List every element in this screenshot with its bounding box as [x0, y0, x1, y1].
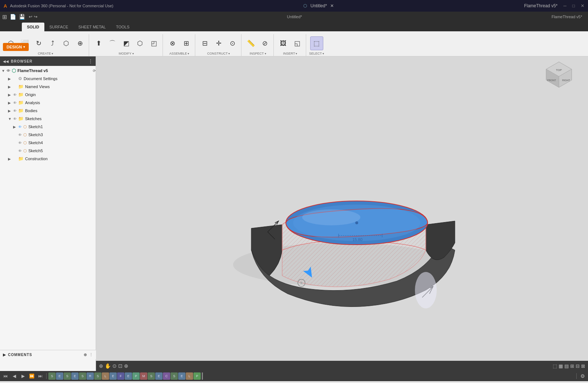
- timeline-item-13[interactable]: M: [140, 372, 147, 380]
- expand-doc-settings[interactable]: ▶: [8, 77, 13, 81]
- create-dropdown-arrow[interactable]: ▾: [52, 52, 53, 55]
- modify-chamfer-btn[interactable]: ◩: [120, 36, 133, 50]
- create-more-btn[interactable]: ⊕: [73, 36, 87, 50]
- tree-item-analysis[interactable]: ▶ 👁 📁 Analysis: [0, 99, 96, 107]
- modify-dropdown-arrow[interactable]: ▾: [132, 52, 134, 55]
- modify-press-pull-btn[interactable]: ⬆: [92, 36, 105, 50]
- modify-shell-btn[interactable]: ⬡: [133, 36, 147, 50]
- construct-point-btn[interactable]: ⊙: [226, 36, 239, 50]
- comments-add-icon[interactable]: ⊕: [84, 352, 87, 357]
- modify-draft-btn[interactable]: ◰: [147, 36, 160, 50]
- eye-sketch3[interactable]: 👁: [18, 133, 23, 137]
- timeline-prev-btn[interactable]: ◀: [10, 372, 18, 380]
- timeline-item-14[interactable]: S: [148, 372, 155, 380]
- timeline-play-btn[interactable]: ▶: [19, 372, 27, 380]
- tree-item-sketch5[interactable]: 👁 ⬡ Sketch5: [0, 147, 96, 155]
- viewport[interactable]: 15.80: [96, 56, 588, 371]
- create-loft-btn[interactable]: ⬡: [60, 36, 73, 50]
- timeline-item-10[interactable]: F: [117, 372, 124, 380]
- tree-item-named-views[interactable]: ▶ 📁 Named Views: [0, 83, 96, 91]
- maximize-btn[interactable]: □: [572, 3, 575, 8]
- undo-btn[interactable]: ↩: [29, 14, 32, 19]
- timeline-item-19[interactable]: L: [186, 372, 193, 380]
- expand-root[interactable]: ▼: [1, 69, 7, 73]
- eye-origin[interactable]: 👁: [13, 93, 18, 97]
- modify-fillet-btn[interactable]: ⌒: [106, 36, 119, 50]
- expand-sketches[interactable]: ▼: [8, 117, 13, 121]
- tree-item-sketch3[interactable]: 👁 ⬡ Sketch3: [0, 131, 96, 139]
- browser-collapse-icon[interactable]: ◀◀: [3, 59, 9, 63]
- display-mode-btn[interactable]: ⬚: [553, 363, 557, 369]
- eye-sketch1[interactable]: 👁: [18, 125, 23, 129]
- expand-origin[interactable]: ▶: [8, 93, 13, 97]
- timeline-item-8[interactable]: L: [102, 372, 109, 380]
- eye-bodies[interactable]: 👁: [13, 109, 18, 113]
- eye-sketches[interactable]: 👁: [13, 117, 18, 121]
- create-sweep-btn[interactable]: ⤴: [46, 36, 59, 50]
- redo-btn[interactable]: ↪: [34, 14, 37, 19]
- timeline-last-btn[interactable]: ⏭: [36, 372, 44, 380]
- tab-tools[interactable]: TOOLS: [111, 23, 135, 31]
- timeline-item-9[interactable]: E: [109, 372, 117, 380]
- effects-btn[interactable]: ⊟: [576, 363, 580, 369]
- visual-style-btn[interactable]: ▦: [559, 363, 563, 369]
- insert-decal-btn[interactable]: ◱: [291, 36, 304, 50]
- tree-item-sketch4[interactable]: 👁 ⬡ Sketch4: [0, 139, 96, 147]
- timeline-fast-fwd-btn[interactable]: ⏩: [28, 372, 36, 380]
- zoom-in-icon[interactable]: ⊕: [124, 363, 128, 369]
- tree-item-sketches[interactable]: ▼ 👁 📁 Sketches: [0, 115, 96, 123]
- expand-construction[interactable]: ▶: [8, 157, 13, 161]
- timeline-item-15[interactable]: E: [155, 372, 163, 380]
- tab-sheet-metal[interactable]: SHEET METAL: [73, 23, 111, 31]
- eye-analysis[interactable]: 👁: [13, 101, 18, 105]
- timeline-item-16[interactable]: C: [163, 372, 170, 380]
- timeline-item-4[interactable]: E: [71, 372, 79, 380]
- tab-solid[interactable]: SOLID: [22, 23, 44, 31]
- timeline-item-18[interactable]: E: [178, 372, 185, 380]
- timeline-item-3[interactable]: S: [64, 372, 71, 380]
- timeline-item-5[interactable]: S: [79, 372, 86, 380]
- object-isolation-btn[interactable]: ⊠: [581, 363, 585, 369]
- grid-btn[interactable]: ▤: [564, 363, 569, 369]
- tab-surface[interactable]: SURFACE: [44, 23, 73, 31]
- select-dropdown-arrow[interactable]: ▾: [323, 52, 324, 55]
- tree-item-bodies[interactable]: ▶ 👁 📁 Bodies: [0, 107, 96, 115]
- eye-root[interactable]: 👁: [7, 69, 12, 73]
- expand-sketch1[interactable]: ▶: [13, 125, 18, 129]
- close-btn[interactable]: ✕: [581, 3, 584, 8]
- design-button[interactable]: DESIGN ▾: [3, 43, 29, 51]
- grid-menu-btn[interactable]: ⊞: [2, 13, 7, 20]
- timeline-item-17[interactable]: S: [171, 372, 178, 380]
- timeline-item-2[interactable]: E: [56, 372, 63, 380]
- tree-item-root[interactable]: ▼ 👁 ⬡ FlameThread v5 ⟳: [0, 67, 96, 75]
- timeline-item-20[interactable]: P: [193, 372, 201, 380]
- eye-sketch4[interactable]: 👁: [18, 141, 23, 145]
- expand-named-views[interactable]: ▶: [8, 85, 13, 89]
- tree-item-origin[interactable]: ▶ 👁 📁 Origin: [0, 91, 96, 99]
- view-cube[interactable]: TOP FRONT RIGHT: [544, 60, 573, 89]
- tree-item-construction[interactable]: ▶ 📁 Construction: [0, 155, 96, 163]
- inspect-measure-btn[interactable]: 📏: [244, 36, 257, 50]
- assemble-joint-btn[interactable]: ⊗: [166, 36, 179, 50]
- insert-canvas-btn[interactable]: 🖼: [277, 36, 290, 50]
- insert-dropdown-arrow[interactable]: ▾: [296, 52, 297, 55]
- save-btn[interactable]: 💾: [19, 14, 25, 20]
- pan-icon[interactable]: ✋: [105, 363, 111, 369]
- inspect-section-btn[interactable]: ⊘: [258, 36, 271, 50]
- timeline-item-7[interactable]: S: [94, 372, 101, 380]
- minimize-btn[interactable]: ─: [563, 3, 567, 8]
- timeline-item-11[interactable]: E: [125, 372, 132, 380]
- timeline-first-btn[interactable]: ⏮: [1, 372, 9, 380]
- file-btn[interactable]: 📄: [10, 14, 16, 20]
- browser-options-icon[interactable]: ⋮: [88, 59, 93, 64]
- construct-plane-btn[interactable]: ⊟: [198, 36, 211, 50]
- fit-icon[interactable]: ⊡: [118, 363, 123, 369]
- assemble-dropdown-arrow[interactable]: ▾: [188, 52, 189, 55]
- tab-close[interactable]: ✕: [330, 3, 334, 8]
- env-btn[interactable]: ⊞: [570, 363, 574, 369]
- zoom-icon[interactable]: ⊙: [112, 363, 117, 369]
- refresh-icon[interactable]: ⟳: [93, 69, 96, 73]
- inspect-dropdown-arrow[interactable]: ▾: [265, 52, 266, 55]
- timeline-cursor[interactable]: [202, 372, 203, 380]
- comments-options-icon[interactable]: ⋮: [89, 352, 93, 357]
